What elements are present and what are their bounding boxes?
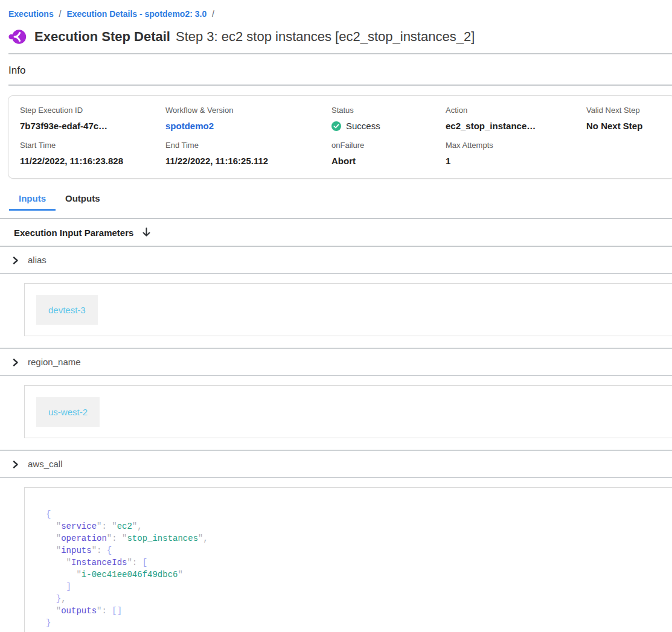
field-valid-next-step: Valid Next Step No Next Step: [586, 106, 672, 132]
field-label: Workflow & Version: [165, 106, 331, 115]
status-text: Success: [346, 120, 380, 132]
field-value: 7b73f93e-edaf-47c…: [20, 120, 165, 132]
param-value-box-alias: devtest-3: [24, 283, 672, 336]
json-code: { "service": "ec2", "operation": "stop_i…: [46, 508, 672, 629]
field-value: 11/22/2022, 11:16:23.828: [20, 155, 165, 167]
field-workflow-version: Workflow & Version spotdemo2: [165, 106, 331, 132]
param-chip-region-name: us-west-2: [36, 397, 100, 427]
tabs: Inputs Outputs: [9, 191, 672, 211]
chevron-right-icon: [12, 256, 19, 264]
download-arrow-icon[interactable]: [142, 228, 151, 238]
field-value: 1: [446, 155, 586, 167]
info-card: Step Execution ID 7b73f93e-edaf-47c… Wor…: [8, 95, 672, 179]
chevron-right-icon: [12, 460, 19, 468]
field-action: Action ec2_stop_instance…: [446, 106, 586, 132]
param-name-aws-call: aws_call: [28, 459, 63, 469]
execution-step-detail-page: Executions / Execution Details - spotdem…: [0, 0, 672, 632]
workflow-link[interactable]: spotdemo2: [165, 120, 214, 132]
param-value-box-region-name: us-west-2: [24, 385, 672, 438]
field-label: Start Time: [20, 141, 165, 150]
field-max-attempts: Max Attempts 1: [446, 141, 586, 167]
breadcrumb-link-execution-details[interactable]: Execution Details - spotdemo2: 3.0: [66, 9, 206, 19]
page-title: Execution Step Detail: [34, 29, 170, 45]
params-header-label: Execution Input Parameters: [14, 228, 133, 238]
status-badge: Success: [331, 120, 446, 132]
field-label: Status: [331, 106, 446, 115]
tab-inputs[interactable]: Inputs: [9, 191, 56, 211]
field-label: Max Attempts: [446, 141, 586, 150]
field-label: Step Execution ID: [20, 106, 165, 115]
page-subtitle: Step 3: ec2 stop instances [ec2_stop_ins…: [176, 29, 475, 45]
field-value: 11/22/2022, 11:16:25.112: [165, 155, 331, 167]
field-onfailure: onFailure Abort: [331, 141, 446, 167]
field-end-time: End Time 11/22/2022, 11:16:25.112: [165, 141, 331, 167]
empty-cell: [586, 141, 672, 167]
workflow-icon: [8, 28, 27, 46]
param-chip-alias: devtest-3: [36, 295, 98, 325]
param-row-alias[interactable]: alias: [0, 247, 672, 273]
field-label: Action: [446, 106, 586, 115]
breadcrumb-link-executions[interactable]: Executions: [8, 9, 54, 19]
param-row-aws-call[interactable]: aws_call: [0, 451, 672, 477]
param-name-alias: alias: [28, 255, 46, 265]
success-check-icon: [331, 121, 341, 131]
divider: [8, 85, 672, 86]
field-start-time: Start Time 11/22/2022, 11:16:23.828: [20, 141, 165, 167]
breadcrumb-separator: /: [56, 9, 65, 19]
param-row-region-name[interactable]: region_name: [0, 349, 672, 375]
field-label: End Time: [165, 141, 331, 150]
breadcrumb: Executions / Execution Details - spotdem…: [0, 0, 672, 19]
breadcrumb-trailing-separator: /: [209, 9, 217, 19]
field-status: Status Success: [331, 106, 446, 132]
field-label: Valid Next Step: [586, 106, 672, 115]
field-label: onFailure: [331, 141, 446, 150]
field-value: Abort: [331, 155, 446, 167]
field-value: No Next Step: [586, 120, 672, 132]
divider: [0, 375, 672, 376]
field-value: ec2_stop_instance…: [446, 120, 586, 132]
chevron-right-icon: [12, 358, 19, 366]
divider: [0, 273, 672, 274]
param-name-region-name: region_name: [28, 357, 81, 367]
field-step-execution-id: Step Execution ID 7b73f93e-edaf-47c…: [20, 106, 165, 132]
params-header: Execution Input Parameters: [0, 219, 672, 246]
info-heading: Info: [0, 54, 672, 77]
param-value-box-aws-call: { "service": "ec2", "operation": "stop_i…: [24, 487, 672, 632]
divider: [0, 477, 672, 478]
tab-outputs[interactable]: Outputs: [56, 191, 110, 211]
page-header: Execution Step Detail Step 3: ec2 stop i…: [0, 19, 672, 46]
